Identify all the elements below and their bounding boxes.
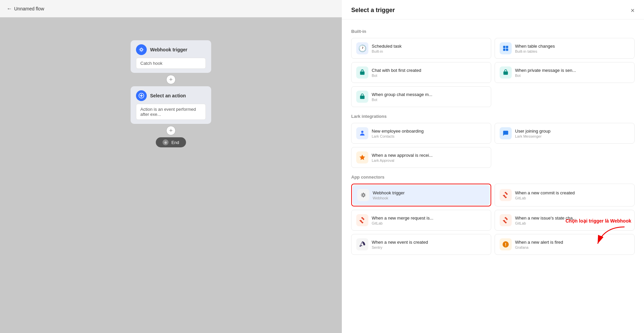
section-lark-title: Lark integrations [351,114,635,119]
new-commit-sub: GitLab [515,196,575,200]
sentry-event-icon [356,238,368,250]
canvas-area: ← Unnamed flow Webhook trigger Catch hoo… [0,0,342,333]
app-connectors-grid: Webhook trigger Webhook When a new commi… [351,184,635,255]
trigger-scheduled-task[interactable]: 🕐 Scheduled task Built-in [351,38,491,59]
scheduled-task-icon: 🕐 [356,42,368,54]
merge-request-name: When a new merge request is... [372,216,433,221]
svg-point-9 [361,73,362,74]
table-changes-name: When table changes [515,44,555,49]
webhook-trigger-sub: Webhook [373,196,405,200]
svg-rect-5 [506,46,508,48]
webhook-icon [357,189,369,201]
action-node-body: Action is an event performed after exe..… [136,104,206,120]
trigger-node-header: Webhook trigger [136,44,206,55]
private-message-name: When private message is sen... [515,68,576,73]
new-approval-sub: Lark Approval [372,158,432,162]
add-connector-1[interactable]: + [166,75,176,84]
trigger-node-title: Webhook trigger [150,47,187,52]
svg-point-17 [363,97,364,98]
table-changes-sub: Built-in tables [515,49,555,53]
trigger-private-message[interactable]: When private message is sen... Bot [495,62,635,83]
svg-rect-7 [506,49,508,51]
svg-point-13 [504,73,505,74]
webhook-trigger-name: Webhook trigger [373,190,405,195]
user-joining-sub: Lark Messenger [515,134,551,138]
trigger-webhook[interactable]: Webhook trigger Webhook [353,185,490,205]
new-employee-sub: Lark Contacts [372,134,424,138]
trigger-issue-state[interactable]: When a new issue's state cha... GitLab [495,210,635,231]
end-node: ⊕ End [156,137,186,147]
group-chat-name: When group chat message m... [372,92,432,97]
group-chat-sub: Bot [372,98,432,102]
panel-content: Built-in 🕐 Scheduled task Built-in When … [342,19,644,333]
new-employee-icon [356,127,368,139]
svg-rect-4 [503,46,506,48]
app-connectors-wrapper: Chọn loại trigger là Webhook App connect… [351,175,635,255]
trigger-user-joining[interactable]: User joining group Lark Messenger [495,123,635,144]
new-commit-icon [500,189,512,201]
new-employee-name: New employee onboarding [372,129,424,134]
trigger-grafana-alert[interactable]: When a new alert is fired Grafana [495,234,635,255]
action-node-title: Select an action [150,93,186,98]
chat-bot-icon [356,66,368,79]
svg-rect-15 [360,96,364,99]
grafana-alert-sub: Grafana [515,245,563,249]
back-button[interactable]: ← Unnamed flow [7,6,44,12]
issue-state-sub: GitLab [515,221,576,225]
new-approval-name: When a new approval is recei... [372,153,432,158]
flow-canvas: Webhook trigger Catch hook + Select an a… [131,40,211,147]
close-button[interactable]: × [631,7,635,14]
svg-point-10 [363,73,364,74]
builtin-grid: 🕐 Scheduled task Built-in When table cha… [351,38,635,107]
grafana-alert-icon [500,238,512,250]
trigger-node-icon [136,44,147,55]
user-joining-name: User joining group [515,129,551,134]
svg-point-18 [361,131,364,133]
trigger-sentry-event[interactable]: When a new event is created Sentry [351,234,491,255]
merge-request-icon [356,214,368,226]
panel-title: Select a trigger [351,7,395,14]
trigger-chat-bot-first[interactable]: Chat with bot first created Bot [351,62,491,83]
new-commit-name: When a new commit is created [515,190,575,195]
trigger-table-changes[interactable]: When table changes Built-in tables [495,38,635,59]
action-node-icon [136,90,147,101]
back-arrow-icon: ← [7,6,12,12]
trigger-new-approval[interactable]: When a new approval is recei... Lark App… [351,147,491,168]
svg-rect-8 [360,72,364,75]
action-node[interactable]: Select an action Action is an event perf… [131,86,211,124]
svg-rect-12 [503,72,508,75]
issue-state-icon [500,214,512,226]
trigger-new-employee[interactable]: New employee onboarding Lark Contacts [351,123,491,144]
section-builtin-title: Built-in [351,29,635,34]
grafana-alert-name: When a new alert is fired [515,240,563,245]
private-message-icon [500,66,512,79]
table-changes-icon [500,42,512,54]
trigger-new-commit[interactable]: When a new commit is created GitLab [495,184,635,206]
svg-point-14 [506,73,507,74]
svg-point-16 [361,97,362,98]
end-label: End [171,140,179,145]
trigger-node-body: Catch hook [136,58,206,69]
trigger-group-chat[interactable]: When group chat message m... Bot [351,86,491,107]
svg-rect-6 [503,49,506,51]
end-icon: ⊕ [163,139,169,145]
scheduled-task-name: Scheduled task [372,44,402,49]
webhook-trigger-node[interactable]: Webhook trigger Catch hook [131,40,211,73]
add-connector-2[interactable]: + [166,126,176,135]
new-approval-icon [356,151,368,163]
chat-bot-name: Chat with bot first created [372,68,421,73]
section-appconnectors-title: App connectors [351,175,635,180]
issue-state-name: When a new issue's state cha... [515,216,576,221]
flow-title: Unnamed flow [14,6,44,11]
lark-grid: New employee onboarding Lark Contacts Us… [351,123,635,168]
webhook-outline-box: Webhook trigger Webhook [351,184,491,206]
trigger-merge-request[interactable]: When a new merge request is... GitLab [351,210,491,231]
group-chat-icon [356,91,368,103]
private-message-sub: Bot [515,74,576,78]
panel-header: Select a trigger × [342,0,644,19]
action-node-header: Select an action [136,90,206,101]
right-panel: Select a trigger × Built-in 🕐 Scheduled … [342,0,644,333]
merge-request-sub: GitLab [372,221,433,225]
scheduled-task-sub: Built-in [372,49,402,53]
user-joining-icon [500,127,512,139]
